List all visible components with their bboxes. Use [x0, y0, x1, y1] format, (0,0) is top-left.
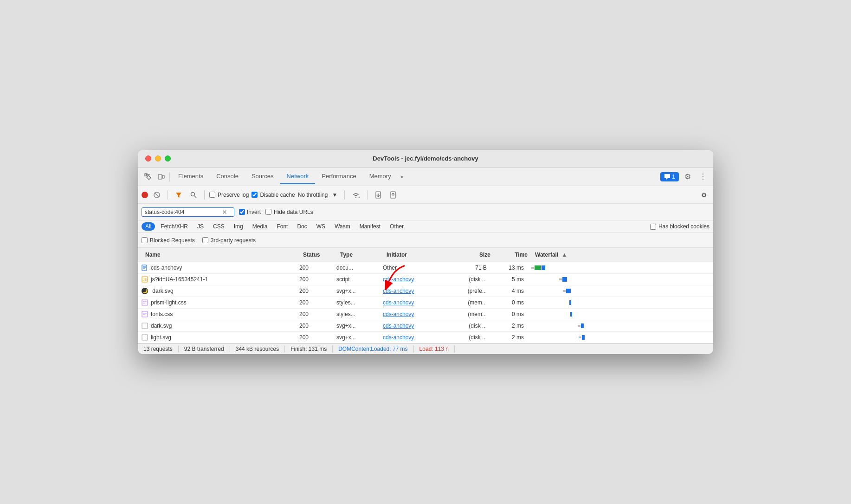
more-tabs-button[interactable]: »: [398, 171, 406, 182]
settings-button[interactable]: ⚙: [682, 170, 694, 183]
cell-waterfall: [528, 285, 713, 297]
wifi-settings-button[interactable]: [349, 190, 362, 200]
table-row[interactable]: fonts.css 200 styles... cds-anchovy (mem…: [138, 309, 713, 320]
filter-tag-css[interactable]: CSS: [209, 222, 228, 231]
col-header-initiator[interactable]: Initiator: [383, 250, 457, 260]
col-header-scrollbar: [700, 250, 709, 260]
table-row[interactable]: prism-light.css 200 styles... cds-anchov…: [138, 297, 713, 309]
col-header-status[interactable]: Status: [299, 250, 336, 260]
initiator-link[interactable]: cds-anchovy: [383, 334, 414, 341]
table-row[interactable]: JS js?id=UA-165345241-1 200 script cds-a…: [138, 274, 713, 285]
export-har-button[interactable]: [387, 190, 399, 200]
col-header-waterfall[interactable]: Waterfall ▲: [531, 250, 700, 260]
table-row[interactable]: light.svg 200 svg+x... cds-anchovy (disk…: [138, 332, 713, 343]
cell-initiator: Other: [379, 262, 453, 273]
third-party-checkbox[interactable]: [202, 237, 208, 243]
third-party-label[interactable]: 3rd-party requests: [202, 237, 256, 244]
cell-size: (mem...: [453, 309, 490, 320]
chat-button[interactable]: 1: [660, 172, 679, 181]
filter-input[interactable]: [145, 209, 219, 215]
initiator-link[interactable]: cds-anchovy: [383, 323, 414, 329]
filter-tag-js[interactable]: JS: [193, 222, 207, 231]
svg-rect-27: [142, 335, 148, 340]
tab-elements[interactable]: Elements: [172, 169, 210, 184]
initiator-link[interactable]: cds-anchovy: [383, 299, 414, 306]
maximize-button[interactable]: [165, 155, 171, 162]
tab-console[interactable]: Console: [210, 169, 245, 184]
table-row[interactable]: cds-anchovy 200 docu... Other 71 B 13 ms: [138, 262, 713, 274]
svg-rect-20: [142, 300, 148, 305]
throttle-dropdown[interactable]: ▼: [329, 190, 340, 200]
svg-line-7: [194, 196, 196, 198]
tab-sources[interactable]: Sources: [245, 169, 280, 184]
network-settings-button[interactable]: ⚙: [699, 190, 709, 200]
filter-tag-other[interactable]: Other: [386, 222, 407, 231]
invert-checkbox[interactable]: [239, 209, 245, 215]
filter-tag-manifest[interactable]: Manifest: [356, 222, 384, 231]
initiator-link[interactable]: cds-anchovy: [383, 288, 414, 294]
cell-time: 4 ms: [490, 285, 528, 297]
inspect-element-button[interactable]: [142, 171, 155, 182]
preserve-log-checkbox[interactable]: [209, 192, 215, 198]
title-bar: DevTools - jec.fyi/demo/cds-anchovy: [138, 150, 713, 168]
cell-waterfall: [528, 274, 713, 285]
cell-status: 200: [296, 262, 333, 273]
import-har-button[interactable]: [372, 190, 384, 200]
more-options-button[interactable]: ⋮: [696, 170, 709, 183]
minimize-button[interactable]: [155, 155, 161, 162]
initiator-link[interactable]: cds-anchovy: [383, 276, 414, 283]
clear-button[interactable]: [151, 190, 163, 200]
invert-label[interactable]: Invert: [239, 209, 261, 215]
initiator-link[interactable]: cds-anchovy: [383, 311, 414, 317]
filter-tag-fetch-xhr[interactable]: Fetch/XHR: [157, 222, 192, 231]
table-row[interactable]: 🌙 dark.svg 200 svg+x... cds-anchovy (pre…: [138, 285, 713, 297]
col-header-size[interactable]: Size: [457, 250, 494, 260]
css-icon-2: [142, 311, 148, 317]
filter-tag-wasm[interactable]: Wasm: [331, 222, 354, 231]
cell-name: light.svg: [138, 332, 296, 343]
cell-waterfall: [528, 262, 713, 273]
svg-rect-2: [162, 175, 164, 178]
table-row[interactable]: dark.svg 200 svg+x... cds-anchovy (disk …: [138, 320, 713, 332]
filter-tag-ws[interactable]: WS: [313, 222, 329, 231]
blocked-requests-checkbox[interactable]: [142, 237, 148, 243]
clear-filter-button[interactable]: ✕: [221, 209, 228, 215]
tab-network[interactable]: Network: [280, 169, 316, 184]
filter-tag-img[interactable]: Img: [230, 222, 247, 231]
svg-rect-1: [158, 174, 162, 179]
search-button[interactable]: [187, 190, 200, 200]
filter-tag-doc[interactable]: Doc: [293, 222, 310, 231]
traffic-lights: [145, 155, 171, 162]
resources: 344 kB resources: [230, 346, 285, 352]
cell-waterfall: [528, 332, 713, 343]
disable-cache-label[interactable]: Disable cache: [251, 192, 295, 198]
col-header-type[interactable]: Type: [336, 250, 383, 260]
preserve-log-label[interactable]: Preserve log: [209, 192, 249, 198]
has-blocked-cookies-checkbox[interactable]: [650, 224, 656, 230]
close-button[interactable]: [145, 155, 151, 162]
filter-button[interactable]: [173, 190, 185, 200]
tab-performance[interactable]: Performance: [315, 169, 362, 184]
cell-name: JS js?id=UA-165345241-1: [138, 274, 296, 285]
tab-memory[interactable]: Memory: [363, 169, 398, 184]
blocked-requests-label[interactable]: Blocked Requests: [142, 237, 195, 244]
filter-input-wrap: ✕: [142, 207, 234, 217]
col-header-name[interactable]: Name: [142, 250, 299, 260]
cell-size: (disk ...: [453, 274, 490, 285]
col-header-time[interactable]: Time: [494, 250, 531, 260]
hide-data-urls-label[interactable]: Hide data URLs: [265, 209, 313, 215]
has-blocked-cookies-label[interactable]: Has blocked cookies: [650, 223, 709, 230]
empty-icon: [142, 323, 148, 329]
record-button[interactable]: [142, 192, 148, 198]
cell-status: 200: [296, 285, 333, 297]
device-toolbar-button[interactable]: [155, 171, 168, 182]
filter-tag-media[interactable]: Media: [249, 222, 271, 231]
cell-type: styles...: [333, 309, 379, 320]
filter-tag-font[interactable]: Font: [273, 222, 291, 231]
cell-size: (disk ...: [453, 332, 490, 343]
hide-data-urls-checkbox[interactable]: [265, 209, 271, 215]
cell-initiator: cds-anchovy: [379, 274, 453, 285]
empty-icon-2: [142, 334, 148, 341]
disable-cache-checkbox[interactable]: [251, 192, 258, 198]
filter-tag-all[interactable]: All: [142, 222, 155, 231]
